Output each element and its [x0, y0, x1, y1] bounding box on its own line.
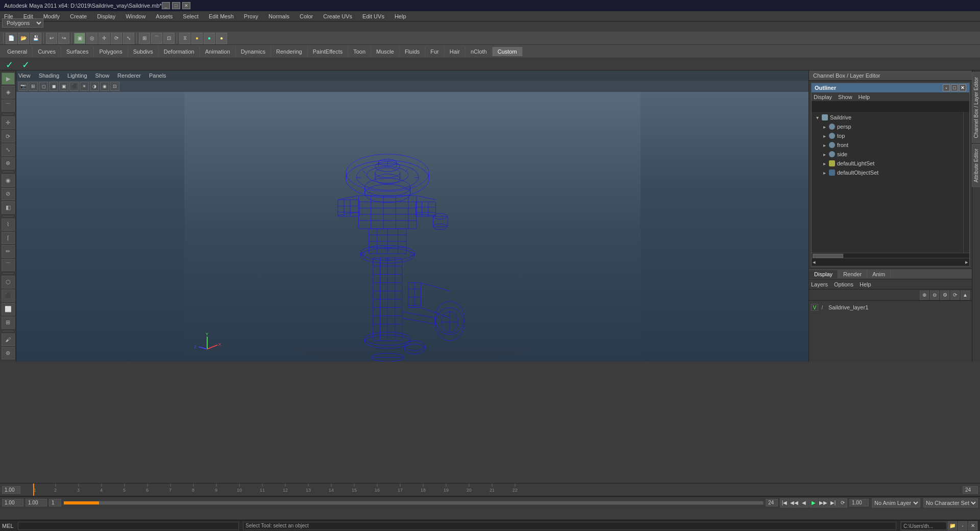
- layer-refresh-btn[interactable]: ⟳: [950, 291, 960, 300]
- poly-btn[interactable]: ⬡: [2, 276, 15, 288]
- outliner-close[interactable]: ✕: [959, 84, 966, 91]
- vt-wireframe[interactable]: ◻: [39, 82, 48, 91]
- tab-fluids[interactable]: Fluids: [400, 47, 425, 56]
- path-btn2[interactable]: -: [958, 521, 967, 530]
- vt-shadows[interactable]: ◑: [90, 82, 99, 91]
- tab-general[interactable]: General: [2, 47, 33, 56]
- lsm-help[interactable]: Help: [860, 281, 871, 287]
- expand-icon-objectset[interactable]: ▸: [821, 169, 828, 176]
- lasso-btn[interactable]: ⌒: [2, 100, 15, 112]
- play-forward-btn[interactable]: ▶: [809, 498, 818, 508]
- extrude-btn[interactable]: ⬛: [2, 289, 15, 302]
- layer-delete-btn[interactable]: ⊖: [930, 291, 939, 300]
- expand-icon-lightset[interactable]: ▸: [821, 160, 828, 167]
- render-button[interactable]: ●: [191, 33, 203, 44]
- tree-item-top[interactable]: ▸ top: [812, 131, 963, 140]
- outliner-scroll-right[interactable]: ▸: [965, 259, 968, 266]
- tab-curves[interactable]: Curves: [33, 47, 61, 56]
- move-btn[interactable]: ✛: [2, 116, 15, 129]
- tab-hair[interactable]: Hair: [445, 47, 465, 56]
- window-controls[interactable]: _ □ ✕: [162, 2, 190, 9]
- menu-edit-uvs[interactable]: Edit UVs: [360, 13, 386, 19]
- sculpt-btn[interactable]: ⊘: [2, 188, 15, 200]
- timeline-start-field[interactable]: [2, 486, 20, 494]
- expand-icon-top[interactable]: ▸: [821, 132, 828, 139]
- undo-button[interactable]: ↩: [46, 33, 57, 44]
- bridge-btn[interactable]: ⬜: [2, 303, 15, 315]
- scale-tool-button[interactable]: ⤡: [123, 33, 134, 44]
- outliner-search[interactable]: [812, 102, 969, 112]
- lsm-layers[interactable]: Layers: [811, 281, 828, 287]
- minimize-button[interactable]: _: [162, 2, 170, 9]
- quick-check1[interactable]: ✓: [2, 59, 16, 69]
- tree-item-objectset[interactable]: ▸ defaultObjectSet: [812, 168, 963, 177]
- menu-help[interactable]: Help: [393, 13, 408, 19]
- rotate-tool-button[interactable]: ⟳: [111, 33, 122, 44]
- layer-options-btn[interactable]: ⚙: [940, 291, 949, 300]
- new-scene-button[interactable]: 📄: [6, 33, 17, 44]
- vt-wire-shaded[interactable]: ▣: [59, 82, 68, 91]
- curve-ep-btn[interactable]: ⌈: [2, 232, 15, 244]
- tree-item-front[interactable]: ▸ front: [812, 140, 963, 150]
- outliner-h-scrollbar[interactable]: [812, 253, 969, 258]
- tab-deformation[interactable]: Deformation: [159, 47, 200, 56]
- paint-weights-btn[interactable]: 🖌: [2, 333, 15, 346]
- snap-grid-button[interactable]: ⊞: [139, 33, 150, 44]
- tab-rendering[interactable]: Rendering: [271, 47, 308, 56]
- tab-dynamics[interactable]: Dynamics: [236, 47, 271, 56]
- tab-ncloth[interactable]: nCloth: [465, 47, 493, 56]
- outliner-scroll-left[interactable]: ◂: [813, 259, 816, 266]
- tree-item-lightset[interactable]: ▸ defaultLightSet: [812, 159, 963, 168]
- move-tool-button[interactable]: ✛: [99, 33, 110, 44]
- tab-anim[interactable]: Anim: [867, 270, 891, 278]
- timeline-ruler[interactable]: 1 2 3 4 5 6 7 8 9: [33, 484, 961, 496]
- tab-muscle[interactable]: Muscle: [371, 47, 400, 56]
- outliner-window-controls[interactable]: - □ ✕: [943, 84, 966, 91]
- outliner-menu-display[interactable]: Display: [814, 94, 832, 100]
- outliner-scrollbar[interactable]: [963, 112, 969, 253]
- tab-custom[interactable]: Custom: [493, 47, 523, 56]
- close-button[interactable]: ✕: [182, 2, 190, 9]
- outliner-minimize[interactable]: -: [943, 84, 950, 91]
- maximize-button[interactable]: □: [172, 2, 180, 9]
- vm-panels[interactable]: Panels: [149, 73, 166, 79]
- layer-row-saildrive[interactable]: V / Saildrive_layer1: [809, 302, 972, 313]
- tab-surfaces[interactable]: Surfaces: [61, 47, 94, 56]
- vm-view[interactable]: View: [18, 73, 31, 79]
- range-end-field[interactable]: [766, 499, 778, 506]
- timeline-end-field[interactable]: [963, 486, 978, 494]
- vt-texture[interactable]: ⬛: [69, 82, 79, 91]
- tab-render[interactable]: Render: [838, 270, 867, 278]
- layer-expand-btn[interactable]: ▲: [961, 291, 970, 300]
- light-btn[interactable]: ●: [216, 33, 227, 44]
- vt-xray[interactable]: ⊡: [110, 82, 119, 91]
- menu-modify[interactable]: Modify: [41, 13, 62, 19]
- path-btn3[interactable]: ✕: [968, 521, 977, 530]
- current-frame-field[interactable]: [49, 499, 61, 506]
- arc-btn[interactable]: ⌒: [2, 259, 15, 271]
- layer-new-btn[interactable]: ⊕: [920, 291, 929, 300]
- current-time-field2[interactable]: [26, 499, 47, 506]
- outliner-menu-show[interactable]: Show: [838, 94, 852, 100]
- menu-window[interactable]: Window: [124, 13, 148, 19]
- pencil-btn[interactable]: ✏: [2, 245, 15, 257]
- tree-item-persp[interactable]: ▸ persp: [812, 122, 963, 131]
- sculpt-poly-btn[interactable]: ⊛: [2, 347, 15, 359]
- outliner-maximize[interactable]: □: [951, 84, 958, 91]
- current-time-field[interactable]: [2, 499, 23, 506]
- append-btn[interactable]: ⊞: [2, 317, 15, 329]
- open-scene-button[interactable]: 📂: [18, 33, 29, 44]
- command-line[interactable]: [18, 522, 239, 530]
- tab-toon[interactable]: Toon: [348, 47, 371, 56]
- menu-proxy[interactable]: Proxy: [242, 13, 260, 19]
- universal-manip-btn[interactable]: ⊕: [2, 157, 15, 170]
- vm-show[interactable]: Show: [95, 73, 110, 79]
- mode-selector[interactable]: Polygons Surfaces Dynamics Rendering: [2, 18, 43, 28]
- lsm-options[interactable]: Options: [834, 281, 853, 287]
- save-scene-button[interactable]: 💾: [30, 33, 41, 44]
- select-mode-btn[interactable]: ▶: [2, 73, 15, 85]
- jump-end-btn[interactable]: ▶|: [828, 498, 838, 508]
- menu-create-uvs[interactable]: Create UVs: [321, 13, 354, 19]
- strip-tab-attribute[interactable]: Attribute Editor: [972, 144, 980, 187]
- redo-button[interactable]: ↪: [58, 33, 69, 44]
